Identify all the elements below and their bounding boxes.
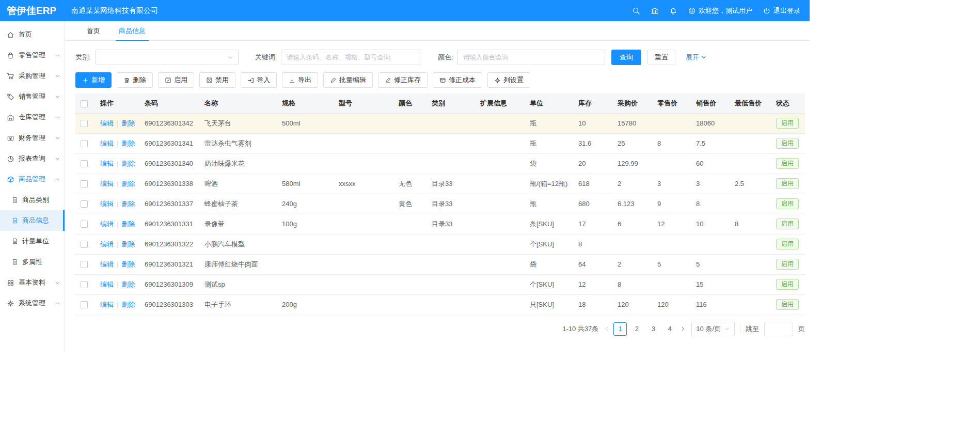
- select-all-checkbox[interactable]: [81, 100, 88, 107]
- delete-link[interactable]: 删除: [121, 280, 135, 288]
- column-header: 操作: [95, 93, 139, 113]
- tab-home[interactable]: 首页: [77, 21, 109, 40]
- store-button[interactable]: [651, 7, 659, 15]
- page-number-3[interactable]: 3: [646, 322, 660, 336]
- page-jump-input[interactable]: [764, 322, 793, 336]
- color-input[interactable]: [457, 50, 605, 65]
- edit-link[interactable]: 编辑: [100, 200, 114, 208]
- row-checkbox[interactable]: [81, 120, 88, 127]
- user-menu[interactable]: 欢迎您，测试用户: [688, 6, 752, 15]
- status-badge[interactable]: 启用: [776, 218, 799, 229]
- status-badge[interactable]: 启用: [776, 239, 799, 249]
- add-button[interactable]: 新增: [75, 72, 112, 88]
- sidebar-item-goods[interactable]: 商品管理: [0, 169, 65, 190]
- sidebar-subitem-measure-units[interactable]: 计量单位: [0, 231, 65, 252]
- enable-icon: [165, 77, 171, 84]
- table-cell: 116: [691, 294, 730, 315]
- reset-button[interactable]: 重置: [647, 50, 675, 65]
- table-cell: [691, 234, 730, 254]
- enable-button[interactable]: 启用: [158, 72, 194, 88]
- delete-button[interactable]: 删除: [117, 72, 153, 88]
- sidebar-subitem-goods-info[interactable]: 商品信息: [0, 210, 65, 231]
- delete-link[interactable]: 删除: [121, 200, 135, 208]
- page-size-select[interactable]: 10 条/页: [691, 322, 735, 336]
- status-badge[interactable]: 启用: [776, 198, 799, 209]
- edit-link[interactable]: 编辑: [100, 139, 114, 147]
- tab-goods-info[interactable]: 商品信息: [109, 21, 155, 40]
- sidebar-item-system[interactable]: 系统管理: [0, 293, 65, 314]
- fix-stock-button[interactable]: 修正库存: [378, 72, 428, 88]
- keyword-input[interactable]: [281, 50, 421, 65]
- row-checkbox[interactable]: [81, 200, 88, 208]
- sidebar-subitem-goods-category[interactable]: 商品类别: [0, 190, 65, 210]
- row-checkbox[interactable]: [81, 241, 88, 248]
- edit-link[interactable]: 编辑: [100, 119, 114, 127]
- status-badge[interactable]: 启用: [776, 158, 799, 169]
- sidebar-item-reports[interactable]: 报表查询: [0, 148, 65, 169]
- sidebar-item-home[interactable]: 首页: [0, 24, 65, 45]
- sidebar-item-retail[interactable]: 零售管理: [0, 45, 65, 66]
- query-button[interactable]: 查询: [611, 50, 641, 65]
- row-checkbox[interactable]: [81, 261, 88, 268]
- page-number-4[interactable]: 4: [663, 322, 676, 336]
- delete-link[interactable]: 删除: [121, 180, 135, 187]
- row-checkbox[interactable]: [81, 180, 88, 187]
- status-badge[interactable]: 启用: [776, 178, 799, 189]
- delete-link[interactable]: 删除: [121, 160, 135, 167]
- sidebar-subitem-multi-attr[interactable]: 多属性: [0, 252, 65, 272]
- arrow-right-icon: [679, 325, 686, 332]
- import-button[interactable]: 导入: [241, 72, 277, 88]
- doc-icon: [11, 217, 19, 224]
- row-checkbox[interactable]: [81, 221, 88, 228]
- next-page-button[interactable]: [679, 325, 686, 332]
- row-checkbox[interactable]: [81, 281, 88, 288]
- edit-link[interactable]: 编辑: [100, 180, 114, 187]
- row-checkbox[interactable]: [81, 301, 88, 308]
- expand-link[interactable]: 展开: [686, 53, 707, 62]
- table-header-row: 操作条码名称规格型号颜色类别扩展信息单位库存采购价零售价销售价最低售价状态: [75, 93, 805, 113]
- category-select[interactable]: [95, 50, 239, 65]
- search-button[interactable]: [632, 7, 640, 15]
- delete-link[interactable]: 删除: [121, 220, 135, 228]
- status-badge[interactable]: 启用: [776, 299, 799, 310]
- table-cell: 12: [573, 274, 612, 294]
- edit-link[interactable]: 编辑: [100, 220, 114, 228]
- status-badge[interactable]: 启用: [776, 138, 799, 149]
- sidebar-item-purchase[interactable]: 采购管理: [0, 66, 65, 86]
- table-cell: [652, 113, 691, 133]
- sidebar-item-sales[interactable]: 销售管理: [0, 86, 65, 107]
- smile-icon: [688, 7, 696, 15]
- edit-link[interactable]: 编辑: [100, 260, 114, 268]
- delete-link[interactable]: 删除: [121, 301, 135, 308]
- page-number-2[interactable]: 2: [630, 322, 643, 336]
- table-row: 编辑|删除6901236301342飞天茅台500ml瓶101578018060…: [75, 113, 805, 133]
- sidebar-item-base-data[interactable]: 基本资料: [0, 272, 65, 293]
- notifications-button[interactable]: [669, 7, 677, 15]
- status-badge[interactable]: 启用: [776, 259, 799, 270]
- logout-button[interactable]: 退出登录: [763, 6, 800, 15]
- delete-link[interactable]: 删除: [121, 260, 135, 268]
- export-button[interactable]: 导出: [282, 72, 318, 88]
- search-icon: [632, 7, 640, 15]
- edit-link[interactable]: 编辑: [100, 301, 114, 308]
- prev-page-button[interactable]: [604, 325, 610, 332]
- edit-link[interactable]: 编辑: [100, 280, 114, 288]
- status-badge[interactable]: 启用: [776, 118, 799, 129]
- sidebar-item-warehouse[interactable]: 仓库管理: [0, 107, 65, 128]
- row-checkbox[interactable]: [81, 160, 88, 167]
- fix-cost-button[interactable]: 修正成本: [433, 72, 482, 88]
- link-separator: |: [117, 119, 118, 127]
- delete-link[interactable]: 删除: [121, 139, 135, 147]
- row-checkbox[interactable]: [81, 140, 88, 147]
- delete-link[interactable]: 删除: [121, 240, 135, 248]
- sidebar-item-finance[interactable]: 财务管理: [0, 128, 65, 148]
- delete-link[interactable]: 删除: [121, 119, 135, 127]
- status-badge[interactable]: 启用: [776, 279, 799, 290]
- table-cell: [334, 234, 393, 254]
- column-settings-button[interactable]: 列设置: [487, 72, 530, 88]
- batch-edit-button[interactable]: 批量编辑: [323, 72, 373, 88]
- disable-button[interactable]: 禁用: [199, 72, 235, 88]
- edit-link[interactable]: 编辑: [100, 240, 114, 248]
- page-number-1[interactable]: 1: [613, 322, 627, 336]
- edit-link[interactable]: 编辑: [100, 160, 114, 167]
